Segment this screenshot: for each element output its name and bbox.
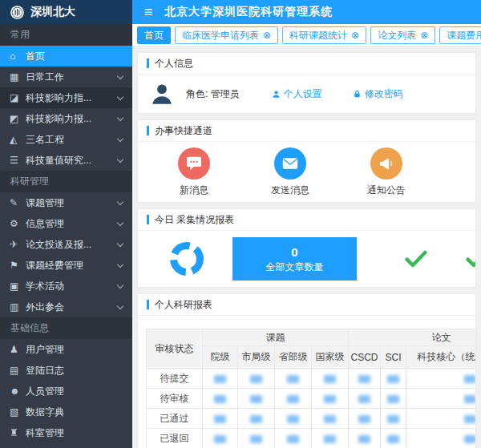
link-label: 个人设置 bbox=[284, 87, 322, 101]
tab-home[interactable]: 首页 bbox=[137, 26, 171, 44]
shortcut-label: 发送消息 bbox=[271, 184, 309, 197]
blurred-value bbox=[358, 375, 370, 383]
check-icon bbox=[464, 246, 475, 272]
blurred-value bbox=[387, 435, 399, 443]
table-cell bbox=[203, 369, 238, 389]
sidebar-item-tech-influence-index[interactable]: ◪ 科技影响力指... bbox=[0, 87, 132, 108]
tab-paper-list[interactable]: 论文列表 ⊗ bbox=[370, 26, 435, 44]
table-cell bbox=[312, 429, 349, 448]
meeting-icon: ▥ bbox=[10, 301, 26, 313]
blurred-value bbox=[387, 415, 399, 423]
shortcut-label: 新消息 bbox=[180, 184, 208, 197]
funds-icon: ⚑ bbox=[10, 260, 26, 271]
person-icon bbox=[272, 90, 281, 99]
tab-label: 论文列表 bbox=[378, 29, 416, 42]
sidebar-item-personnel[interactable]: ☻ 人员管理 bbox=[0, 381, 132, 402]
sidebar-item-info-management[interactable]: ⚙ 信息管理 bbox=[0, 213, 132, 234]
user-icon: ♟ bbox=[10, 344, 26, 355]
home-icon: ⌂ bbox=[10, 50, 26, 62]
tab-bar: 首页 临床医学申请列表 ⊗ 科研课题统计 ⊗ 论文列表 ⊗ 课题费用报表 ⊗ 用… bbox=[132, 24, 481, 47]
tab-research-project-stats[interactable]: 科研课题统计 ⊗ bbox=[282, 26, 366, 44]
sidebar-item-authorization[interactable]: ◈ 授权管理 bbox=[0, 443, 132, 448]
blurred-value bbox=[464, 415, 475, 423]
menu-icon[interactable]: ≡ bbox=[132, 0, 164, 24]
chevron-down-icon bbox=[117, 260, 123, 267]
table-group-header-row: 审核状态 课题 论文 bbox=[147, 329, 476, 346]
card-title: 个人科研报表 bbox=[155, 298, 212, 312]
chevron-down-icon bbox=[117, 219, 123, 225]
sidebar-item-home[interactable]: ⌂ 首页 bbox=[0, 46, 132, 67]
notice-shortcut[interactable]: 通知公告 bbox=[338, 147, 435, 197]
sidebar-item-project-management[interactable]: ✎ 课题管理 bbox=[0, 192, 132, 213]
table-cell bbox=[203, 389, 238, 409]
close-icon[interactable]: ⊗ bbox=[420, 30, 428, 40]
column-group-paper: 论文 bbox=[349, 329, 476, 346]
blurred-value bbox=[324, 375, 336, 383]
blurred-value bbox=[287, 435, 299, 443]
sidebar-item-tech-value-research[interactable]: ☰ 科技量值研究... bbox=[0, 150, 132, 171]
table-cell bbox=[381, 389, 406, 409]
close-icon[interactable]: ⊗ bbox=[351, 30, 359, 40]
blurred-value bbox=[464, 435, 475, 443]
article-count-tile[interactable]: 0 全部文章数量 bbox=[232, 237, 357, 281]
blurred-value bbox=[358, 435, 370, 443]
chevron-down-icon bbox=[117, 135, 123, 141]
column-header: 科技核心（统计源）期刊 bbox=[406, 346, 476, 369]
tab-label: 科研课题统计 bbox=[289, 29, 347, 42]
main-area: 首页 临床医学申请列表 ⊗ 科研课题统计 ⊗ 论文列表 ⊗ 课题费用报表 ⊗ 用… bbox=[132, 24, 481, 448]
tab-project-fee-report[interactable]: 课题费用报表 ⊗ bbox=[439, 26, 481, 44]
today-report-card: 今日 采集情况报表 0 全部文章数量 bbox=[137, 208, 476, 288]
blurred-value bbox=[358, 415, 370, 423]
blurred-value bbox=[214, 395, 226, 403]
sidebar-item-department[interactable]: ♜ 科室管理 bbox=[0, 422, 132, 443]
table-cell bbox=[312, 369, 349, 389]
sidebar-item-paper-submission[interactable]: ✈ 论文投送及报... bbox=[0, 234, 132, 255]
top-header: 深圳北大 ≡ 北京大学深圳医院科研管理系统 bbox=[0, 0, 481, 24]
table-cell bbox=[381, 429, 406, 448]
sidebar-item-academic-activity[interactable]: ▣ 学术活动 bbox=[0, 276, 132, 297]
blurred-value bbox=[324, 435, 336, 443]
chart-icon: ◪ bbox=[10, 92, 26, 103]
sidebar-item-label: 用户管理 bbox=[26, 343, 123, 357]
today-report-body: 0 全部文章数量 bbox=[138, 231, 475, 287]
send-message-shortcut[interactable]: 发送消息 bbox=[242, 147, 338, 197]
column-header: 市局级 bbox=[238, 346, 275, 369]
change-password-link[interactable]: 修改密码 bbox=[353, 87, 403, 101]
personal-settings-link[interactable]: 个人设置 bbox=[272, 87, 322, 101]
activity-icon: ▣ bbox=[10, 281, 26, 292]
card-header: 个人科研报表 bbox=[138, 294, 475, 316]
column-header: 国家级 bbox=[312, 346, 349, 369]
tab-label: 临床医学申请列表 bbox=[182, 29, 259, 42]
sidebar-section-research: 科研管理 bbox=[0, 171, 132, 192]
table-row: 待提交 bbox=[147, 369, 476, 389]
sidebar-item-tech-influence-report[interactable]: ◩ 科技影响力报... bbox=[0, 108, 132, 129]
sidebar-item-project-funds[interactable]: ⚑ 课题经费管理 bbox=[0, 255, 132, 276]
envelope-icon bbox=[274, 147, 306, 180]
card-title: 个人信息 bbox=[155, 57, 193, 71]
stat-label: 全部文章数量 bbox=[266, 260, 324, 274]
table-cell bbox=[349, 409, 381, 429]
sidebar-item-label: 日常工作 bbox=[26, 71, 118, 84]
sidebar-item-user-management[interactable]: ♟ 用户管理 bbox=[0, 339, 132, 360]
blurred-value bbox=[324, 395, 336, 403]
close-icon[interactable]: ⊗ bbox=[263, 30, 271, 40]
table-cell bbox=[406, 369, 476, 389]
gear-icon: ⚙ bbox=[10, 218, 26, 229]
sidebar-item-data-dictionary[interactable]: ▧ 数据字典 bbox=[0, 402, 132, 422]
tab-clinical-application-list[interactable]: 临床医学申请列表 ⊗ bbox=[175, 26, 278, 44]
card-header: 办事快捷通道 bbox=[138, 120, 475, 142]
sidebar-item-daily-work[interactable]: ▦ 日常工作 bbox=[0, 67, 132, 87]
row-label: 已退回 bbox=[147, 429, 203, 448]
row-label: 待审核 bbox=[147, 389, 203, 409]
sidebar-item-label: 科技量值研究... bbox=[26, 154, 118, 167]
sidebar-item-label: 人员管理 bbox=[26, 385, 123, 398]
blurred-value bbox=[250, 395, 262, 403]
table-cell bbox=[275, 369, 312, 389]
report-icon: ◩ bbox=[10, 113, 26, 124]
donut-chart-icon bbox=[168, 240, 205, 277]
blurred-value bbox=[287, 415, 299, 423]
sidebar-item-sanming-project[interactable]: ◭ 三名工程 bbox=[0, 129, 132, 150]
new-message-shortcut[interactable]: 新消息 bbox=[146, 147, 242, 197]
sidebar-item-login-log[interactable]: ▤ 登陆日志 bbox=[0, 360, 132, 381]
sidebar-item-conference[interactable]: ▥ 外出参会 bbox=[0, 297, 132, 317]
